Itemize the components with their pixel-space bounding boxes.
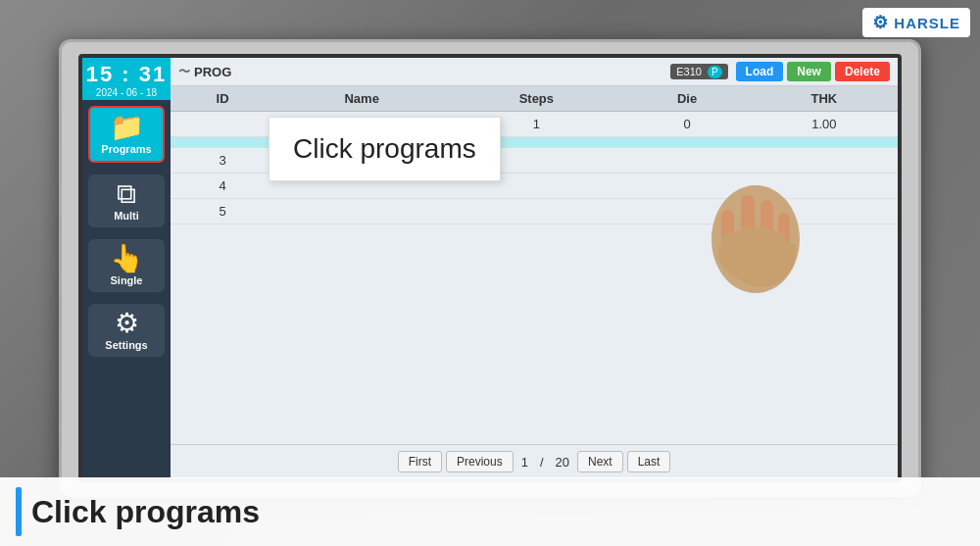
time-display: 15 : 31 2024 - 06 - 18: [82, 58, 171, 100]
current-page: 1: [517, 455, 532, 470]
table-row[interactable]: 5: [171, 199, 898, 224]
harsle-logo: ⚙ HARSLE: [862, 8, 970, 37]
total-pages: 20: [552, 455, 573, 470]
cell-die: 0: [623, 112, 750, 137]
single-label: Single: [110, 274, 142, 286]
cell-thk: [751, 137, 898, 148]
cell-die: [623, 148, 750, 174]
delete-button[interactable]: Delete: [835, 62, 890, 81]
col-id: ID: [171, 86, 274, 112]
col-die: Die: [623, 86, 750, 112]
col-name: Name: [274, 86, 449, 112]
cell-die: [623, 174, 750, 199]
e310-badge: E310 P: [670, 64, 727, 79]
tooltip-text: Click programs: [293, 133, 476, 164]
last-page-button[interactable]: Last: [627, 451, 671, 472]
first-page-button[interactable]: First: [398, 451, 442, 472]
gear-icon: ⚙: [115, 310, 139, 337]
col-thk: THK: [751, 86, 898, 112]
cell-id: [171, 112, 274, 137]
settings-label: Settings: [105, 339, 147, 351]
cell-thk: [751, 148, 898, 174]
page-separator: /: [536, 455, 548, 470]
single-icon: 👆: [110, 245, 144, 273]
harsle-logo-text: HARSLE: [894, 15, 960, 31]
cell-thk: [751, 199, 898, 224]
prog-text: PROG: [194, 65, 231, 79]
next-page-button[interactable]: Next: [577, 451, 623, 472]
p-badge: P: [708, 66, 722, 78]
col-steps: Steps: [449, 86, 623, 112]
sidebar-item-settings[interactable]: ⚙ Settings: [88, 304, 165, 357]
top-buttons: Load New Delete: [736, 62, 890, 81]
table-header-row: ID Name Steps Die THK: [171, 86, 898, 112]
multi-icon: ⧉: [117, 180, 136, 208]
sidebar-item-single[interactable]: 👆 Single: [88, 239, 165, 292]
screen: 15 : 31 2024 - 06 - 18 📁 Programs ⧉ Mult…: [78, 54, 902, 482]
harsle-logo-icon: ⚙: [872, 12, 888, 33]
date-text: 2024 - 06 - 18: [84, 87, 169, 98]
multi-label: Multi: [114, 210, 139, 222]
pagination: First Previous 1 / 20 Next Last: [171, 444, 898, 478]
caption-bar: [16, 487, 22, 536]
cell-steps: [449, 199, 623, 224]
prog-label: 〜 PROG: [178, 64, 231, 80]
programs-icon: 📁: [110, 114, 144, 141]
programs-label: Programs: [101, 143, 151, 155]
caption-text: Click programs: [31, 494, 260, 530]
screen-inner: 15 : 31 2024 - 06 - 18 📁 Programs ⧉ Mult…: [82, 58, 898, 478]
cell-die: [623, 199, 750, 224]
sidebar: 15 : 31 2024 - 06 - 18 📁 Programs ⧉ Mult…: [82, 58, 171, 478]
cell-id: [171, 137, 274, 148]
bottom-caption: Click programs: [0, 477, 980, 546]
cell-id: 5: [171, 199, 274, 224]
cell-name: [274, 199, 449, 224]
cell-id: 3: [171, 148, 274, 174]
waveform-icon: 〜: [178, 64, 190, 80]
sidebar-item-programs[interactable]: 📁 Programs: [88, 106, 165, 163]
cell-thk: [751, 174, 898, 199]
new-button[interactable]: New: [787, 62, 831, 81]
load-button[interactable]: Load: [736, 62, 784, 81]
cell-die: [623, 137, 750, 148]
time-text: 15 : 31: [84, 64, 169, 85]
e310-label: E310: [676, 66, 702, 77]
sidebar-item-multi[interactable]: ⧉ Multi: [88, 174, 165, 227]
top-bar: 〜 PROG E310 P Load New Delete: [171, 58, 898, 86]
previous-page-button[interactable]: Previous: [446, 451, 514, 472]
main-content: 〜 PROG E310 P Load New Delete: [171, 58, 898, 478]
tooltip-box: Click programs: [269, 117, 501, 181]
cell-id: 4: [171, 174, 274, 199]
cell-thk: 1.00: [751, 112, 898, 137]
